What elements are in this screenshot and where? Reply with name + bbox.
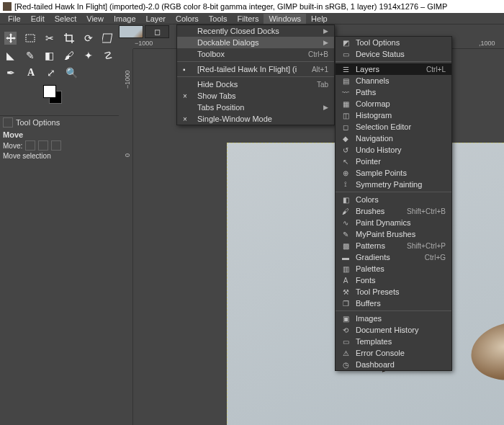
menu-shortcut: Shift+Ctrl+B bbox=[407, 207, 446, 215]
menu-toolbox[interactable]: ToolboxCtrl+B bbox=[177, 48, 334, 60]
menu-label: Buffers bbox=[356, 299, 381, 308]
svg-rect-0 bbox=[26, 35, 35, 42]
dockable-brushes[interactable]: 🖌BrushesShift+Ctrl+B bbox=[336, 205, 451, 217]
tool-options-tab[interactable]: Tool Options bbox=[0, 115, 119, 129]
menu-shortcut: Ctrl+L bbox=[426, 66, 446, 73]
dockable-colormap[interactable]: ▦Colormap bbox=[336, 98, 451, 109]
dockable-device-status[interactable]: ▭Device Status bbox=[336, 48, 451, 60]
rotate-tool-icon[interactable]: ⟳ bbox=[83, 32, 95, 45]
crop-tool-icon[interactable] bbox=[63, 32, 76, 45]
dockable-gradients[interactable]: ▬GradientsCtrl+G bbox=[336, 251, 451, 263]
dockable-colors[interactable]: ◧Colors bbox=[336, 194, 451, 205]
menu-single-window-mode[interactable]: × Single-Window Mode bbox=[177, 113, 334, 125]
dockable-tool-presets[interactable]: ⚒Tool Presets bbox=[336, 286, 451, 298]
menu-recently-closed-docks[interactable]: Recently Closed Docks▶ bbox=[177, 25, 334, 37]
menu-colors[interactable]: Colors bbox=[171, 14, 204, 24]
dockable-dashboard[interactable]: ◷Dashboard bbox=[336, 359, 451, 370]
dockable-palettes[interactable]: ▥Palettes bbox=[336, 263, 451, 274]
eraser-tool-icon[interactable]: ◧ bbox=[43, 49, 55, 62]
dockable-fonts[interactable]: AFonts bbox=[336, 274, 451, 286]
ruler-mark: −1000 bbox=[135, 40, 153, 47]
menu-hide-docks[interactable]: Hide DocksTab bbox=[177, 79, 334, 90]
menu-windows[interactable]: Windows bbox=[264, 14, 306, 24]
pencil-tool-icon[interactable]: ✎ bbox=[24, 49, 36, 62]
menu-select[interactable]: Select bbox=[50, 14, 82, 24]
tooloptions-icon: ◩ bbox=[341, 38, 350, 47]
move-selection-icon[interactable] bbox=[38, 140, 48, 151]
dockable-images[interactable]: ▣Images bbox=[336, 313, 451, 324]
menu-tabs-position[interactable]: Tabs Position▶ bbox=[177, 102, 334, 113]
dockable-templates[interactable]: ▭Templates bbox=[336, 336, 451, 347]
dockable-error-console[interactable]: ⚠Error Console bbox=[336, 347, 451, 359]
clone-tool-icon[interactable]: ✦ bbox=[83, 49, 95, 62]
dockable-channels[interactable]: ▤Channels bbox=[336, 75, 451, 86]
dockable-buffers[interactable]: ❐Buffers bbox=[336, 298, 451, 309]
color-swatches[interactable] bbox=[7, 85, 36, 107]
menu-shortcut: Ctrl+G bbox=[425, 254, 446, 261]
warp-tool-icon[interactable] bbox=[102, 32, 114, 45]
windows-menu: Recently Closed Docks▶ Dockable Dialogs▶… bbox=[176, 24, 335, 125]
brush-tool-icon[interactable]: 🖌 bbox=[63, 49, 76, 62]
channels-icon: ▤ bbox=[341, 76, 350, 85]
error-icon: ⚠ bbox=[341, 349, 350, 357]
menu-layer[interactable]: Layer bbox=[141, 14, 171, 24]
menu-label: Gradients bbox=[356, 253, 390, 261]
move-layer-icon[interactable] bbox=[25, 140, 35, 151]
menu-dockable-dialogs[interactable]: Dockable Dialogs▶ bbox=[177, 37, 334, 48]
dockable-sample-points[interactable]: ⊕Sample Points bbox=[336, 167, 451, 179]
dockable-undo-history[interactable]: ↺Undo History bbox=[336, 144, 451, 156]
move-path-icon[interactable] bbox=[51, 140, 61, 151]
rect-select-tool-icon[interactable] bbox=[24, 32, 36, 45]
ruler-mark: −1000 bbox=[124, 74, 131, 89]
dockable-pointer[interactable]: ↖Pointer bbox=[336, 156, 451, 167]
dockable-patterns[interactable]: ▩PatternsShift+Ctrl+P bbox=[336, 240, 451, 251]
menu-label: Channels bbox=[356, 76, 389, 85]
dockable-document-history[interactable]: ⟲Document History bbox=[336, 324, 451, 336]
window-title: [Red-tailed Hawk In Flight] (imported)-2… bbox=[14, 2, 447, 11]
free-select-tool-icon[interactable]: ✂ bbox=[43, 32, 55, 45]
palettes-icon: ▥ bbox=[341, 264, 350, 273]
dockable-tool-options[interactable]: ◩Tool Options bbox=[336, 37, 451, 48]
move-tool-icon[interactable] bbox=[4, 32, 17, 45]
menu-label: Templates bbox=[356, 337, 392, 346]
menu-label: Navigation bbox=[356, 134, 393, 143]
menu-show-tabs[interactable]: × Show Tabs bbox=[177, 90, 334, 102]
picker-tool-icon[interactable]: ⤢ bbox=[45, 66, 58, 79]
menu-open-document[interactable]: ▪ [Red-tailed Hawk In Flight] (imported)… bbox=[177, 63, 334, 75]
dockable-paint-dynamics[interactable]: ∿Paint Dynamics bbox=[336, 217, 451, 228]
app-icon bbox=[3, 2, 12, 11]
dockable-histogram[interactable]: ◫Histogram bbox=[336, 109, 451, 121]
undo-icon: ↺ bbox=[341, 146, 350, 154]
window-titlebar: [Red-tailed Hawk In Flight] (imported)-2… bbox=[0, 0, 504, 13]
menu-tools[interactable]: Tools bbox=[204, 14, 233, 24]
dockable-mypaint-brushes[interactable]: ✎MyPaint Brushes bbox=[336, 228, 451, 240]
dockable-symmetry-painting[interactable]: ⟟Symmetry Painting bbox=[336, 179, 451, 190]
menu-label: Paths bbox=[356, 88, 376, 97]
dockable-layers[interactable]: ☰LayersCtrl+L bbox=[336, 63, 451, 75]
menubar: File Edit Select View Image Layer Colors… bbox=[0, 13, 504, 24]
menu-edit[interactable]: Edit bbox=[26, 14, 50, 24]
text-tool-icon[interactable]: A bbox=[24, 66, 37, 79]
fg-color-swatch[interactable] bbox=[43, 85, 56, 98]
close-icon: × bbox=[183, 92, 187, 100]
image-tab-thumb[interactable] bbox=[119, 25, 143, 38]
menu-help[interactable]: Help bbox=[306, 14, 333, 24]
zoom-tool-icon[interactable]: 🔍 bbox=[65, 66, 78, 79]
menu-label: Brushes bbox=[356, 207, 384, 215]
menu-label: Symmetry Painting bbox=[356, 180, 422, 189]
menu-filters[interactable]: Filters bbox=[233, 14, 264, 24]
bucket-tool-icon[interactable]: ◣ bbox=[4, 49, 17, 62]
smudge-tool-icon[interactable]: ☡ bbox=[102, 49, 114, 62]
patterns-icon: ▩ bbox=[341, 241, 350, 250]
dockable-selection-editor[interactable]: ◻Selection Editor bbox=[336, 121, 451, 133]
tool-options-tab-label: Tool Options bbox=[16, 118, 60, 127]
menu-view[interactable]: View bbox=[81, 14, 109, 24]
menu-image[interactable]: Image bbox=[109, 14, 141, 24]
path-tool-icon[interactable]: ✒ bbox=[4, 66, 17, 79]
image-tab-blank[interactable]: ◻ bbox=[145, 25, 169, 38]
gradients-icon: ▬ bbox=[341, 253, 350, 261]
menu-file[interactable]: File bbox=[3, 14, 26, 24]
dockable-navigation[interactable]: ◆Navigation bbox=[336, 133, 451, 144]
menu-label: Histogram bbox=[356, 111, 392, 120]
dockable-paths[interactable]: 〰Paths bbox=[336, 86, 451, 98]
